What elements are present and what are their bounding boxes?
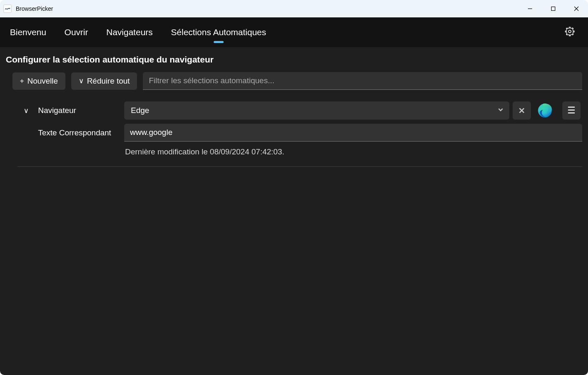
new-button-label: Nouvelle — [27, 77, 58, 86]
hamburger-icon: ☰ — [567, 105, 576, 116]
page: Configurer la sélection automatique du n… — [0, 47, 588, 167]
titlebar-left: BrowserPicker — [3, 5, 53, 13]
filter-input-wrap — [143, 72, 582, 90]
tabs-list: Bienvenu Ouvrir Navigateurs Sélections A… — [10, 17, 266, 47]
collapse-all-label: Réduire tout — [87, 77, 130, 86]
edge-browser-icon — [536, 101, 554, 120]
browser-select[interactable]: Edge — [124, 101, 509, 120]
minimize-button[interactable] — [518, 0, 542, 17]
maximize-button[interactable] — [542, 0, 565, 17]
tab-open[interactable]: Ouvrir — [65, 17, 88, 47]
browser-select-value: Edge — [131, 106, 149, 115]
chevron-down-icon: ∨ — [79, 77, 84, 84]
svg-point-4 — [569, 30, 571, 33]
entry-menu-button[interactable]: ☰ — [562, 101, 581, 120]
expand-toggle[interactable]: ∨ — [17, 106, 35, 115]
clear-browser-button[interactable] — [513, 101, 531, 120]
svg-rect-1 — [552, 7, 555, 11]
page-title: Configurer la sélection automatique du n… — [6, 55, 582, 65]
window-title: BrowserPicker — [16, 5, 53, 12]
browser-label: Navigateur — [38, 106, 121, 115]
new-button[interactable]: + Nouvelle — [12, 72, 65, 90]
tab-welcome[interactable]: Bienvenu — [10, 17, 46, 47]
window-controls — [518, 0, 588, 17]
filter-input[interactable] — [143, 72, 582, 90]
app: Bienvenu Ouvrir Navigateurs Sélections A… — [0, 17, 588, 375]
titlebar: BrowserPicker — [0, 0, 588, 17]
plus-icon: + — [20, 77, 24, 84]
app-icon — [3, 5, 12, 13]
entries: ∨ Navigateur Edge — [6, 101, 582, 167]
settings-button[interactable] — [561, 23, 578, 41]
last-modified: Dernière modification le 08/09/2024 07:4… — [124, 146, 582, 156]
auto-selection-entry: ∨ Navigateur Edge — [17, 101, 582, 167]
chevron-down-icon — [498, 107, 504, 114]
tabs-bar: Bienvenu Ouvrir Navigateurs Sélections A… — [0, 17, 588, 47]
tab-browsers[interactable]: Navigateurs — [106, 17, 153, 47]
matching-text-label: Texte Correspondant — [38, 128, 121, 137]
tab-auto-selections[interactable]: Sélections Automatiques — [171, 17, 266, 47]
matching-text-input[interactable] — [124, 124, 582, 142]
toolbar: + Nouvelle ∨ Réduire tout — [6, 72, 582, 90]
collapse-all-button[interactable]: ∨ Réduire tout — [71, 72, 137, 90]
close-button[interactable] — [565, 0, 588, 17]
